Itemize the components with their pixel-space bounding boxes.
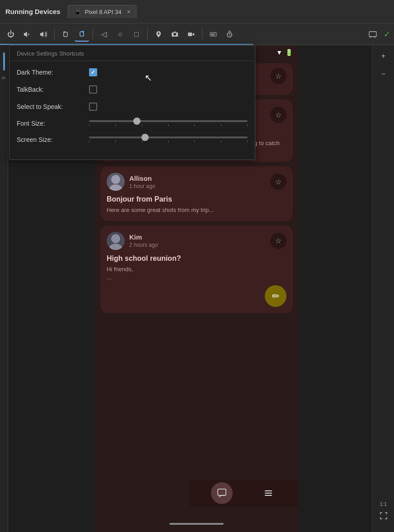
svg-rect-4	[211, 33, 212, 34]
screen-size-thumb[interactable]	[141, 134, 149, 141]
screen-size-label: Screen Size:	[17, 136, 89, 143]
sidebar-s-label: S	[1, 76, 6, 80]
keyboard-icon[interactable]	[206, 27, 220, 42]
svg-rect-17	[218, 489, 226, 495]
stopwatch-icon[interactable]	[222, 27, 237, 42]
close-tab-button[interactable]: ×	[127, 8, 131, 15]
svg-rect-2	[188, 33, 192, 36]
separator-3	[147, 29, 148, 40]
device-tab-label: Pixel 8 API 34	[85, 9, 122, 15]
device-tab-icon: 📱	[74, 8, 81, 15]
toolbar: ⏻ ◁ ○ □ ✓	[0, 24, 394, 45]
rotate-right-icon[interactable]	[75, 27, 89, 42]
kim-avatar	[107, 232, 125, 250]
svg-rect-7	[215, 33, 216, 34]
add-zoom-button[interactable]: +	[376, 49, 391, 63]
separator-2	[93, 29, 93, 40]
talkback-row: TalkBack:	[17, 85, 248, 94]
mirror-screen-icon[interactable]	[366, 27, 380, 42]
svg-rect-8	[211, 34, 215, 35]
home-nav-icon[interactable]: ○	[113, 27, 127, 42]
talkback-label: TalkBack:	[17, 86, 89, 93]
sidebar-indicator	[3, 52, 5, 71]
left-sidebar: S	[0, 45, 8, 532]
toolbar-underline	[0, 44, 253, 45]
allison-info: Allison 1 hour ago	[129, 174, 155, 189]
kim-info: Kim 2 hours ago	[129, 233, 158, 248]
video-record-icon[interactable]	[184, 27, 198, 42]
device-settings-panel: Device Settings Shortcuts Dark Theme: Ta…	[9, 45, 255, 160]
svg-rect-10	[369, 32, 376, 37]
allison-star-button[interactable]: ☆	[270, 174, 286, 190]
kim-sender: Kim	[129, 233, 158, 241]
fullscreen-icon[interactable]	[376, 508, 391, 523]
talkback-checkbox[interactable]	[89, 85, 97, 94]
select-to-speak-checkbox[interactable]	[89, 103, 97, 111]
svg-rect-6	[214, 33, 215, 34]
kim-body: Hi friends,...	[107, 265, 286, 282]
svg-rect-3	[210, 33, 216, 36]
ali-star-button[interactable]: ☆	[270, 107, 286, 123]
top-bar: Running Devices 📱 Pixel 8 API 34 ×	[0, 0, 394, 24]
allison-body: Here are some great shots from my trip..…	[107, 206, 286, 214]
list-nav-item[interactable]	[258, 482, 279, 504]
back-nav-icon[interactable]: ◁	[97, 27, 111, 42]
android-bottom-nav	[190, 480, 298, 507]
battery-icon: 🔋	[285, 49, 293, 56]
notification-card-allison[interactable]: Allison 1 hour ago ☆ Bonjour from Paris …	[100, 166, 293, 221]
volume-up-icon[interactable]	[36, 27, 51, 42]
separator-1	[54, 29, 55, 40]
home-bar	[169, 523, 224, 525]
messages-nav-item[interactable]	[211, 482, 233, 504]
overview-nav-icon[interactable]: □	[129, 27, 144, 42]
svg-point-13	[111, 175, 120, 184]
font-size-row: Font Size:	[17, 120, 248, 127]
kim-title: High school reunion?	[107, 254, 286, 263]
separator-4	[202, 29, 202, 40]
screen-size-slider[interactable]	[89, 137, 248, 143]
allison-sender: Allison	[129, 174, 155, 182]
allison-title: Bonjour from Paris	[107, 195, 286, 203]
allison-avatar	[107, 173, 125, 191]
app-title: Running Devices	[5, 8, 61, 15]
dark-theme-label: Dark Theme:	[17, 69, 89, 76]
font-size-thumb[interactable]	[133, 118, 141, 125]
font-size-ticks	[89, 124, 248, 127]
font-size-slider[interactable]	[89, 120, 248, 127]
screen-size-track	[89, 137, 248, 138]
screen-size-row: Screen Size:	[17, 136, 248, 143]
notification-card-kim[interactable]: Kim 2 hours ago ☆ High school reunion? H…	[100, 226, 293, 313]
svg-rect-5	[212, 33, 213, 34]
svg-point-15	[111, 234, 120, 243]
volume-down-icon[interactable]	[20, 27, 34, 42]
zoom-controls: 1:1	[376, 501, 391, 528]
panel-title: Device Settings Shortcuts	[9, 46, 255, 61]
svg-point-16	[109, 244, 122, 250]
wifi-icon: ▼	[276, 49, 282, 56]
dark-theme-checkbox[interactable]	[89, 68, 97, 76]
partial-star-button[interactable]: ☆	[270, 68, 286, 84]
screen-size-ticks	[89, 140, 248, 143]
kim-star-button[interactable]: ☆	[270, 233, 286, 249]
select-to-speak-label: Select to Speak:	[17, 103, 89, 110]
allison-time: 1 hour ago	[129, 183, 155, 189]
font-size-label: Font Size:	[17, 120, 89, 127]
select-to-speak-row: Select to Speak:	[17, 103, 248, 111]
camera-photo-icon[interactable]	[168, 27, 182, 42]
zoom-label: 1:1	[380, 501, 387, 507]
svg-point-14	[109, 184, 122, 191]
rotate-left-icon[interactable]	[58, 27, 73, 42]
power-icon[interactable]: ⏻	[4, 27, 18, 42]
allison-header: Allison 1 hour ago ☆	[107, 173, 286, 191]
panel-body: Dark Theme: TalkBack: Select to Speak: F…	[9, 61, 255, 160]
home-indicator	[95, 523, 298, 525]
location-icon[interactable]	[151, 27, 166, 42]
compose-fab-button[interactable]: ✏	[265, 285, 286, 307]
kim-time: 2 hours ago	[129, 242, 158, 248]
minus-zoom-button[interactable]: −	[376, 67, 391, 81]
kim-header: Kim 2 hours ago ☆	[107, 232, 286, 250]
right-controls: + − 1:1	[372, 45, 394, 532]
font-size-track	[89, 120, 248, 122]
dark-theme-row: Dark Theme:	[17, 68, 248, 76]
device-tab[interactable]: 📱 Pixel 8 API 34 ×	[68, 5, 136, 18]
